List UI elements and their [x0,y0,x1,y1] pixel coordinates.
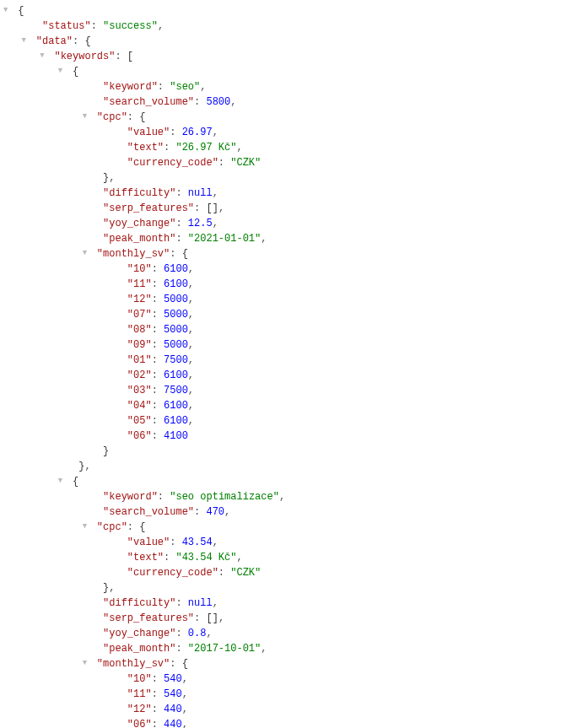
json-line: "09": 5000, [3,337,558,353]
json-line: "yoy_change": 0.8, [3,626,558,641]
json-line: "value": 43.54, [3,535,558,550]
chevron-down-icon[interactable]: ▼ [22,35,30,47]
json-line: "12": 440, [3,702,558,717]
json-line: }, [3,580,558,596]
json-line: "12": 5000, [3,292,558,307]
chevron-down-icon[interactable]: ▼ [83,248,91,260]
chevron-down-icon[interactable]: ▼ [83,521,91,533]
chevron-down-icon[interactable]: ▼ [58,476,67,488]
json-line: "text": "43.54 Kč", [3,550,558,565]
json-line: "text": "26.97 Kč", [3,140,558,155]
json-line: "10": 540, [3,671,558,687]
chevron-down-icon[interactable]: ▼ [40,51,48,62]
json-line: "07": 5000, [3,307,558,322]
json-line: }, [3,459,558,474]
json-line: "06": 440, [3,717,558,728]
json-line: ▼ "keywords": [ [3,49,558,64]
json-line: }, [3,170,558,186]
json-line: ▼ "cpc": { [3,520,558,535]
chevron-down-icon[interactable]: ▼ [3,5,12,17]
json-line: "currency_code": "CZK" [3,565,558,580]
json-viewer: ▼ { "status": "success", ▼ "data": { ▼ "… [3,3,558,728]
json-line: "04": 6100, [3,398,558,413]
json-line: "serp_features": [], [3,201,558,216]
json-line: "currency_code": "CZK" [3,155,558,170]
json-line: "08": 5000, [3,322,558,337]
json-line: "10": 6100, [3,262,558,277]
json-line: ▼ "monthly_sv": { [3,656,558,671]
chevron-down-icon[interactable]: ▼ [58,66,67,78]
chevron-down-icon[interactable]: ▼ [83,658,91,670]
json-line: ▼ "monthly_sv": { [3,246,558,262]
json-line: "11": 6100, [3,277,558,292]
json-line: "peak_month": "2017-10-01", [3,641,558,656]
json-line: "difficulty": null, [3,186,558,201]
json-line: "peak_month": "2021-01-01", [3,231,558,246]
json-line: "03": 7500, [3,383,558,398]
json-line: ▼ "data": { [3,34,558,49]
json-line: "yoy_change": 12.5, [3,216,558,231]
json-line: "serp_features": [], [3,611,558,626]
json-line: "search_volume": 5800, [3,94,558,110]
json-line: "01": 7500, [3,353,558,368]
json-line: } [3,444,558,459]
json-line: ▼ "cpc": { [3,110,558,125]
json-line: ▼ { [3,64,558,79]
json-line: "keyword": "seo", [3,79,558,94]
json-line: "keyword": "seo optimalizace", [3,489,558,504]
json-line: "06": 4100 [3,429,558,444]
json-line: "search_volume": 470, [3,504,558,520]
json-line: "value": 26.97, [3,125,558,140]
json-line: ▼ { [3,474,558,489]
json-line: "02": 6100, [3,368,558,383]
json-line: "05": 6100, [3,413,558,429]
chevron-down-icon[interactable]: ▼ [83,111,91,123]
json-line: ▼ { [3,3,558,19]
json-line: "11": 540, [3,687,558,702]
json-line: "difficulty": null, [3,596,558,611]
json-line: "status": "success", [3,19,558,34]
